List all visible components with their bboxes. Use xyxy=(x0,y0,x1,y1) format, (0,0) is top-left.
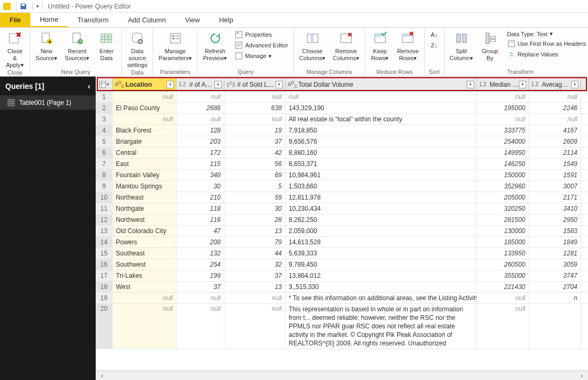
cell[interactable]: 44 xyxy=(224,248,285,259)
save-icon[interactable] xyxy=(19,2,28,11)
cell[interactable] xyxy=(529,304,581,349)
cell[interactable]: Northgate xyxy=(113,203,177,214)
cell[interactable]: Northeast xyxy=(113,192,177,203)
cell[interactable]: 2246 xyxy=(529,103,581,113)
tab-file[interactable]: File xyxy=(0,13,30,27)
cell[interactable]: 30 xyxy=(177,181,224,192)
cell[interactable]: 8,653,371 xyxy=(285,159,477,169)
cell[interactable]: null xyxy=(224,293,285,303)
cell[interactable]: 130000 xyxy=(477,226,529,236)
cell[interactable]: 79 xyxy=(224,237,285,247)
tab-help[interactable]: Help xyxy=(209,13,243,27)
cell[interactable]: n xyxy=(529,293,581,303)
cell[interactable]: 13 xyxy=(224,282,285,292)
cell[interactable]: Powers xyxy=(113,237,177,247)
cell[interactable]: 205000 xyxy=(477,192,529,203)
table-row[interactable]: 12Northwest116288,262,2502815002950 xyxy=(96,214,588,226)
cell[interactable]: Central xyxy=(113,147,177,158)
cell[interactable]: 9,656,576 xyxy=(285,136,477,147)
recent-sources-button[interactable]: RecentSources▾ xyxy=(62,29,93,68)
cell[interactable]: null xyxy=(224,304,285,349)
cell[interactable]: 28 xyxy=(224,214,285,225)
cell[interactable]: All real estate is “local” within the co… xyxy=(285,114,477,125)
cell[interactable]: 12,811,978 xyxy=(285,192,477,203)
cell[interactable]: 118 xyxy=(177,203,224,214)
remove-rows-button[interactable]: RemoveRows▾ xyxy=(394,29,422,68)
cell[interactable]: 9,789,450 xyxy=(285,259,477,270)
column-header-c0[interactable]: ABCLocation▾ xyxy=(113,78,177,91)
tab-view[interactable]: View xyxy=(175,13,209,27)
cell[interactable]: 128 xyxy=(177,125,224,136)
table-row[interactable]: 17Tri-Lakes1993713,864,0123550003747 xyxy=(96,270,588,282)
cell[interactable]: 2114 xyxy=(529,147,581,158)
table-row[interactable]: 15Southeast132445,639,3331339501281 xyxy=(96,248,588,259)
cell[interactable]: 2704 xyxy=(529,282,581,292)
cell[interactable]: 195000 xyxy=(477,103,529,113)
enter-data-button[interactable]: EnterData xyxy=(94,29,119,68)
cell[interactable]: null xyxy=(529,92,581,102)
cell[interactable]: Black Forest xyxy=(113,125,177,136)
row-number-header[interactable]: ▾ xyxy=(96,78,113,91)
properties-button[interactable]: Properties xyxy=(233,30,289,39)
split-column-button[interactable]: SplitColumn▾ xyxy=(447,29,476,68)
close-apply-button[interactable]: Close &Apply▾ xyxy=(2,29,28,69)
cell[interactable]: 1549 xyxy=(529,159,581,169)
tab-home[interactable]: Home xyxy=(30,13,68,27)
cell[interactable]: 172 xyxy=(177,147,224,158)
cell[interactable]: Manitou Springs xyxy=(113,181,177,192)
cell[interactable]: 3,,515,330 xyxy=(285,282,477,292)
cell[interactable]: 2950 xyxy=(529,214,581,225)
use-first-row-headers-button[interactable]: Use First Row as Headers ▾ xyxy=(506,39,588,48)
cell[interactable]: null xyxy=(177,114,224,125)
keep-rows-button[interactable]: KeepRows▾ xyxy=(367,29,393,68)
manage-parameters-button[interactable]: ManageParameters▾ xyxy=(155,29,195,68)
cell[interactable]: null xyxy=(113,92,177,102)
cell[interactable]: 333775 xyxy=(477,125,529,136)
cell[interactable]: 254 xyxy=(177,259,224,270)
column-filter-dropdown[interactable]: ▾ xyxy=(519,81,526,88)
cell[interactable]: 5,639,333 xyxy=(285,248,477,259)
cell[interactable]: 348 xyxy=(177,170,224,180)
cell[interactable]: 37 xyxy=(224,136,285,147)
cell[interactable]: 146250 xyxy=(477,159,529,169)
cell[interactable]: 8,262,250 xyxy=(285,214,477,225)
remove-columns-button[interactable]: RemoveColumns▾ xyxy=(330,29,362,68)
table-row[interactable]: 8Fountain Valley3486910,984,961150000159… xyxy=(96,170,588,181)
cell[interactable]: 37 xyxy=(177,282,224,292)
cell[interactable]: null xyxy=(177,293,224,303)
data-source-settings-button[interactable]: Data sourcesettings xyxy=(124,29,150,69)
cell[interactable]: 8,880,160 xyxy=(285,147,477,158)
cell[interactable]: 7,918,850 xyxy=(285,125,477,136)
cell[interactable]: Tri-Lakes xyxy=(113,270,177,281)
cell[interactable]: Southeast xyxy=(113,248,177,259)
refresh-preview-button[interactable]: RefreshPreview▾ xyxy=(200,29,230,68)
cell[interactable]: null xyxy=(477,304,529,349)
cell[interactable]: 3747 xyxy=(529,270,581,281)
cell[interactable]: Northwest xyxy=(113,214,177,225)
cell[interactable]: null xyxy=(113,114,177,125)
cell[interactable]: null xyxy=(177,304,224,349)
cell[interactable]: 1,503,660 xyxy=(285,181,477,192)
cell[interactable]: * To see this information on additional … xyxy=(285,293,477,303)
column-header-c4[interactable]: 1.2Median P...▾ xyxy=(477,78,529,91)
column-filter-dropdown[interactable]: ▾ xyxy=(166,81,174,88)
collapse-queries-icon[interactable]: ‹ xyxy=(88,82,90,90)
replace-values-button[interactable]: Replace Values xyxy=(506,49,588,59)
cell[interactable]: 208 xyxy=(177,237,224,247)
table-row[interactable]: 18West37133,,515,3302214302704 xyxy=(96,282,588,293)
cell[interactable]: 4167 xyxy=(529,125,581,136)
cell[interactable]: 1849 xyxy=(529,237,581,247)
manage-button[interactable]: Manage ▾ xyxy=(233,51,289,61)
cell[interactable]: 2,059,000 xyxy=(285,226,477,236)
new-source-button[interactable]: ★ NewSource▾ xyxy=(32,29,61,68)
table-row[interactable]: 14Powers2087914,613,5281850001849 xyxy=(96,237,588,248)
table-row[interactable]: 2El Paso County2686638143,329,1901950002… xyxy=(96,103,588,114)
cell[interactable]: null xyxy=(224,114,285,125)
cell[interactable]: 37 xyxy=(224,270,285,281)
cell[interactable]: 10,984,961 xyxy=(285,170,477,180)
sort-desc-button[interactable]: Z↓ xyxy=(429,40,440,50)
column-header-c2[interactable]: 123# of Sold List...▾ xyxy=(224,78,285,91)
cell[interactable]: 42 xyxy=(224,147,285,158)
table-row[interactable]: 16Southwest254329,789,4502605003059 xyxy=(96,259,588,270)
scroll-right-icon[interactable]: › xyxy=(577,372,586,379)
